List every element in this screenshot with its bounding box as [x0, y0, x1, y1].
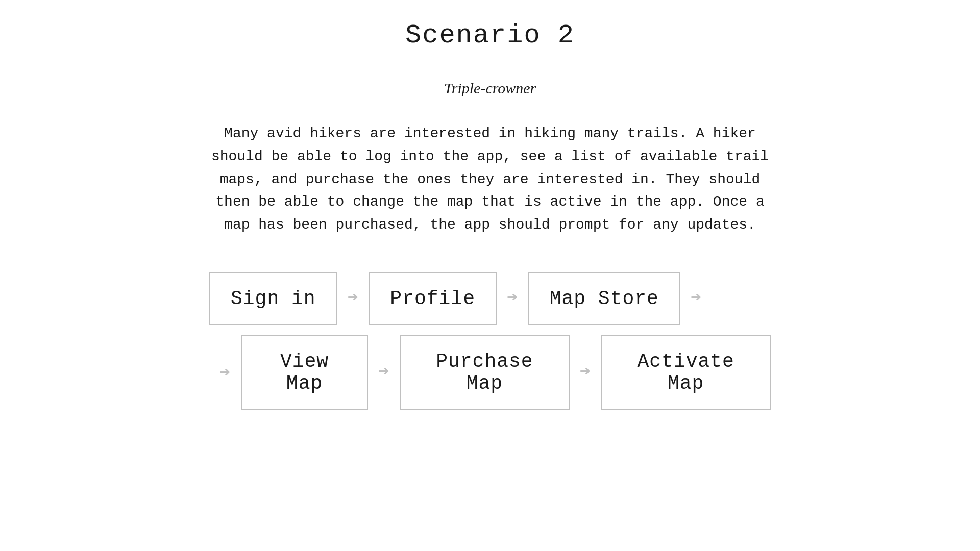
title-divider — [357, 59, 623, 59]
flow-row-2: ➔ View Map ➔ Purchase Map ➔ Activate Map — [209, 335, 771, 410]
scenario-description: Many avid hikers are interested in hikin… — [209, 122, 771, 237]
arrow-row2-lead: ➔ — [219, 361, 231, 384]
flow-box-activate-map[interactable]: Activate Map — [601, 335, 771, 410]
flow-row-1: Sign in ➔ Profile ➔ Map Store ➔ — [209, 272, 712, 325]
flow-box-map-store[interactable]: Map Store — [528, 272, 680, 325]
flow-box-view-map[interactable]: View Map — [241, 335, 369, 410]
page-title: Scenario 2 — [405, 20, 575, 51]
subtitle: Triple-crowner — [444, 80, 536, 97]
arrow-3: ➔ — [691, 289, 702, 308]
arrow-4: ➔ — [378, 363, 389, 382]
flow-box-purchase-map[interactable]: Purchase Map — [400, 335, 570, 410]
arrow-2: ➔ — [507, 289, 518, 308]
flow-box-sign-in[interactable]: Sign in — [209, 272, 337, 325]
flow-diagram: Sign in ➔ Profile ➔ Map Store ➔ ➔ View M… — [209, 272, 771, 410]
arrow-1: ➔ — [348, 289, 359, 308]
arrow-5: ➔ — [580, 363, 591, 382]
flow-box-profile[interactable]: Profile — [369, 272, 497, 325]
